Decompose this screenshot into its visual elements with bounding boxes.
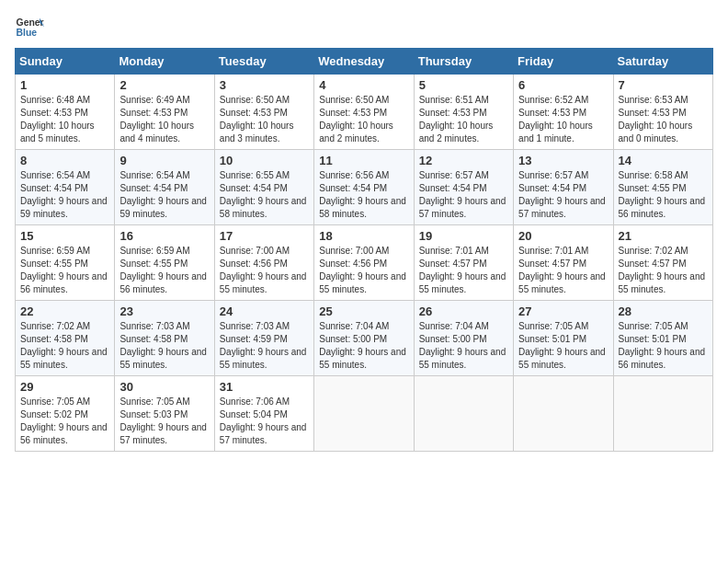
svg-text:Blue: Blue [17, 28, 38, 38]
calendar-cell: 12Sunrise: 6:57 AM Sunset: 4:54 PM Dayli… [414, 150, 513, 225]
weekday-header-row: SundayMondayTuesdayWednesdayThursdayFrid… [16, 49, 713, 75]
calendar-cell: 14Sunrise: 6:58 AM Sunset: 4:55 PM Dayli… [613, 150, 712, 225]
calendar-cell: 20Sunrise: 7:01 AM Sunset: 4:57 PM Dayli… [514, 225, 613, 301]
calendar-cell: 6Sunrise: 6:52 AM Sunset: 4:53 PM Daylig… [514, 75, 613, 150]
day-number: 30 [119, 380, 209, 394]
calendar-week-3: 15Sunrise: 6:59 AM Sunset: 4:55 PM Dayli… [16, 225, 713, 301]
day-info: Sunrise: 6:56 AM Sunset: 4:54 PM Dayligh… [319, 169, 408, 221]
calendar-cell: 7Sunrise: 6:53 AM Sunset: 4:53 PM Daylig… [613, 75, 712, 150]
calendar-cell: 27Sunrise: 7:05 AM Sunset: 5:01 PM Dayli… [514, 301, 613, 376]
calendar-cell: 1Sunrise: 6:48 AM Sunset: 4:53 PM Daylig… [16, 75, 115, 150]
day-info: Sunrise: 7:04 AM Sunset: 5:00 PM Dayligh… [419, 320, 508, 372]
calendar-cell: 13Sunrise: 6:57 AM Sunset: 4:54 PM Dayli… [514, 150, 613, 225]
day-number: 22 [20, 304, 109, 318]
calendar-cell: 16Sunrise: 6:59 AM Sunset: 4:55 PM Dayli… [115, 225, 214, 301]
day-number: 16 [119, 229, 209, 243]
day-number: 27 [518, 304, 608, 318]
day-number: 1 [20, 78, 109, 92]
calendar-cell [613, 376, 712, 452]
day-number: 5 [419, 78, 508, 92]
day-number: 29 [20, 380, 109, 394]
calendar-cell: 15Sunrise: 6:59 AM Sunset: 4:55 PM Dayli… [16, 225, 115, 301]
weekday-wednesday: Wednesday [314, 49, 414, 75]
logo-icon: General Blue [15, 15, 44, 40]
day-info: Sunrise: 6:54 AM Sunset: 4:54 PM Dayligh… [20, 169, 109, 221]
day-info: Sunrise: 6:51 AM Sunset: 4:53 PM Dayligh… [419, 94, 508, 145]
day-info: Sunrise: 6:50 AM Sunset: 4:53 PM Dayligh… [220, 94, 309, 145]
calendar-body: 1Sunrise: 6:48 AM Sunset: 4:53 PM Daylig… [16, 75, 713, 452]
day-info: Sunrise: 7:05 AM Sunset: 5:02 PM Dayligh… [20, 396, 109, 447]
day-number: 10 [220, 154, 309, 167]
calendar-cell: 9Sunrise: 6:54 AM Sunset: 4:54 PM Daylig… [115, 150, 214, 225]
calendar-cell [514, 376, 613, 452]
calendar-cell: 28Sunrise: 7:05 AM Sunset: 5:01 PM Dayli… [613, 301, 712, 376]
day-info: Sunrise: 7:00 AM Sunset: 4:56 PM Dayligh… [220, 245, 309, 296]
day-number: 12 [419, 154, 508, 167]
weekday-thursday: Thursday [414, 49, 513, 75]
day-info: Sunrise: 6:52 AM Sunset: 4:53 PM Dayligh… [518, 94, 608, 145]
calendar-cell: 30Sunrise: 7:05 AM Sunset: 5:03 PM Dayli… [115, 376, 214, 452]
day-info: Sunrise: 6:53 AM Sunset: 4:53 PM Dayligh… [619, 94, 708, 145]
day-info: Sunrise: 7:06 AM Sunset: 5:04 PM Dayligh… [220, 396, 309, 447]
day-number: 9 [119, 154, 209, 167]
day-number: 21 [619, 229, 708, 243]
calendar-cell: 17Sunrise: 7:00 AM Sunset: 4:56 PM Dayli… [214, 225, 313, 301]
weekday-monday: Monday [115, 49, 214, 75]
day-number: 6 [518, 78, 608, 92]
day-info: Sunrise: 7:03 AM Sunset: 4:59 PM Dayligh… [220, 320, 309, 372]
calendar-cell: 18Sunrise: 7:00 AM Sunset: 4:56 PM Dayli… [314, 225, 414, 301]
calendar-cell: 3Sunrise: 6:50 AM Sunset: 4:53 PM Daylig… [214, 75, 313, 150]
calendar-cell: 8Sunrise: 6:54 AM Sunset: 4:54 PM Daylig… [16, 150, 115, 225]
logo: General Blue [15, 15, 44, 40]
day-number: 14 [619, 154, 708, 167]
day-info: Sunrise: 6:48 AM Sunset: 4:53 PM Dayligh… [20, 94, 109, 145]
day-number: 3 [220, 78, 309, 92]
calendar-cell: 4Sunrise: 6:50 AM Sunset: 4:53 PM Daylig… [314, 75, 414, 150]
day-number: 25 [319, 304, 408, 318]
day-info: Sunrise: 7:00 AM Sunset: 4:56 PM Dayligh… [319, 245, 408, 296]
day-number: 17 [220, 229, 309, 243]
calendar-cell: 5Sunrise: 6:51 AM Sunset: 4:53 PM Daylig… [414, 75, 513, 150]
day-number: 4 [319, 78, 408, 92]
day-info: Sunrise: 7:03 AM Sunset: 4:58 PM Dayligh… [119, 320, 209, 372]
day-info: Sunrise: 6:54 AM Sunset: 4:54 PM Dayligh… [119, 169, 209, 221]
day-number: 19 [419, 229, 508, 243]
weekday-sunday: Sunday [16, 49, 115, 75]
calendar-cell: 26Sunrise: 7:04 AM Sunset: 5:00 PM Dayli… [414, 301, 513, 376]
day-info: Sunrise: 6:59 AM Sunset: 4:55 PM Dayligh… [20, 245, 109, 296]
calendar-cell: 19Sunrise: 7:01 AM Sunset: 4:57 PM Dayli… [414, 225, 513, 301]
day-number: 20 [518, 229, 608, 243]
calendar-week-1: 1Sunrise: 6:48 AM Sunset: 4:53 PM Daylig… [16, 75, 713, 150]
calendar-cell [314, 376, 414, 452]
day-info: Sunrise: 6:58 AM Sunset: 4:55 PM Dayligh… [619, 169, 708, 221]
day-info: Sunrise: 7:05 AM Sunset: 5:01 PM Dayligh… [518, 320, 608, 372]
weekday-saturday: Saturday [613, 49, 712, 75]
day-info: Sunrise: 7:02 AM Sunset: 4:58 PM Dayligh… [20, 320, 109, 372]
day-info: Sunrise: 6:59 AM Sunset: 4:55 PM Dayligh… [119, 245, 209, 296]
calendar-cell: 21Sunrise: 7:02 AM Sunset: 4:57 PM Dayli… [613, 225, 712, 301]
day-info: Sunrise: 7:05 AM Sunset: 5:01 PM Dayligh… [619, 320, 708, 372]
day-number: 28 [619, 304, 708, 318]
day-number: 26 [419, 304, 508, 318]
calendar-cell: 2Sunrise: 6:49 AM Sunset: 4:53 PM Daylig… [115, 75, 214, 150]
calendar-cell: 25Sunrise: 7:04 AM Sunset: 5:00 PM Dayli… [314, 301, 414, 376]
day-info: Sunrise: 6:49 AM Sunset: 4:53 PM Dayligh… [119, 94, 209, 145]
day-info: Sunrise: 7:02 AM Sunset: 4:57 PM Dayligh… [619, 245, 708, 296]
day-number: 2 [119, 78, 209, 92]
day-number: 8 [20, 154, 109, 167]
calendar-cell: 29Sunrise: 7:05 AM Sunset: 5:02 PM Dayli… [16, 376, 115, 452]
calendar-cell: 22Sunrise: 7:02 AM Sunset: 4:58 PM Dayli… [16, 301, 115, 376]
weekday-friday: Friday [514, 49, 613, 75]
calendar-table: SundayMondayTuesdayWednesdayThursdayFrid… [15, 48, 713, 452]
day-number: 11 [319, 154, 408, 167]
page-header: General Blue [15, 15, 713, 40]
day-info: Sunrise: 6:50 AM Sunset: 4:53 PM Dayligh… [319, 94, 408, 145]
day-number: 7 [619, 78, 708, 92]
day-number: 31 [220, 380, 309, 394]
calendar-cell [414, 376, 513, 452]
calendar-cell: 24Sunrise: 7:03 AM Sunset: 4:59 PM Dayli… [214, 301, 313, 376]
calendar-cell: 11Sunrise: 6:56 AM Sunset: 4:54 PM Dayli… [314, 150, 414, 225]
calendar-week-5: 29Sunrise: 7:05 AM Sunset: 5:02 PM Dayli… [16, 376, 713, 452]
day-info: Sunrise: 7:01 AM Sunset: 4:57 PM Dayligh… [419, 245, 508, 296]
day-number: 23 [119, 304, 209, 318]
